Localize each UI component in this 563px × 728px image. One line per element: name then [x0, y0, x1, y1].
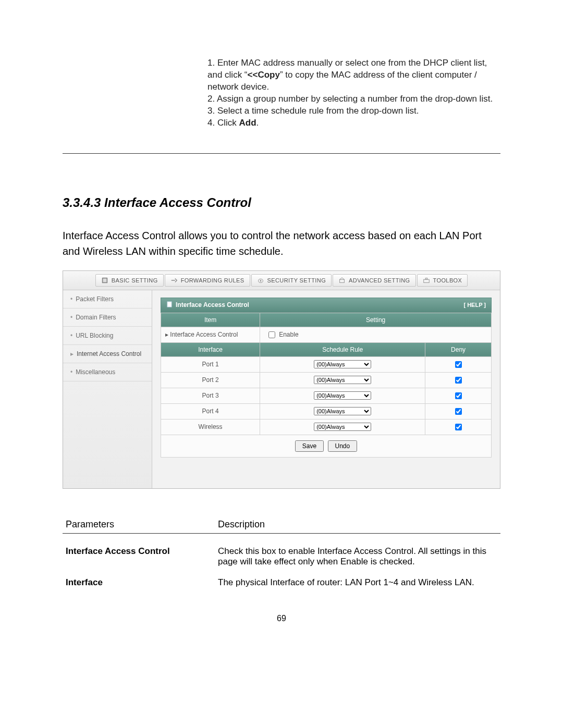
tab-label: FORWARDING RULES [181, 277, 244, 283]
deny-checkbox[interactable] [455, 424, 462, 430]
svg-rect-6 [425, 278, 427, 279]
intro-copy-bold: <<Copy [248, 70, 280, 80]
schedule-cell: (00)Always [260, 419, 425, 435]
intro-line4b: . [256, 118, 259, 128]
bullet-icon: • [70, 368, 72, 376]
bullet-icon: • [70, 314, 72, 321]
intro-line2: 2. Assign a group number by selecting a … [207, 93, 500, 105]
sidebar-item-domain-filters[interactable]: •Domain Filters [63, 309, 152, 327]
schedule-rule-select[interactable]: (00)Always [314, 360, 371, 368]
params-header-col2: Description [215, 519, 500, 534]
deny-checkbox[interactable] [455, 361, 462, 368]
intro-line4a: 4. Click [207, 118, 239, 128]
schedule-cell: (00)Always [260, 372, 425, 388]
deny-cell [425, 356, 492, 372]
deny-checkbox[interactable] [455, 392, 462, 399]
tab-security-setting[interactable]: SECURITY SETTING [251, 274, 332, 287]
deny-checkbox[interactable] [455, 408, 462, 415]
enable-checkbox-label[interactable]: Enable [266, 330, 298, 340]
sidebar-item-label: Internet Access Control [77, 350, 141, 357]
deny-cell [425, 372, 492, 388]
deny-cell [425, 419, 492, 435]
header-setting: Setting [260, 313, 492, 327]
sidebar-nav: •Packet Filters •Domain Filters •URL Blo… [63, 290, 152, 488]
interface-row: Port 2(00)Always [161, 372, 492, 388]
schedule-rule-select[interactable]: (00)Always [314, 391, 371, 400]
deny-checkbox[interactable] [455, 377, 462, 384]
schedule-cell: (00)Always [260, 356, 425, 372]
tab-label: TOOLBOX [433, 277, 462, 283]
tab-advanced-setting[interactable]: ADVANCED SETTING [333, 274, 415, 287]
interface-name: Port 3 [161, 388, 260, 403]
sidebar-item-label: Packet Filters [76, 295, 114, 303]
enable-checkbox[interactable] [268, 331, 275, 338]
tab-basic-setting[interactable]: BASIC SETTING [95, 274, 164, 287]
schedule-rule-select[interactable]: (00)Always [314, 423, 371, 431]
sidebar-item-packet-filters[interactable]: •Packet Filters [63, 290, 152, 309]
security-setting-icon [257, 277, 264, 284]
interface-name: Port 1 [161, 356, 260, 372]
button-row: Save Undo [161, 435, 492, 458]
param-desc: The physical Interface of router: LAN Po… [215, 572, 500, 593]
param-desc: Check this box to enable Interface Acces… [215, 541, 500, 572]
schedule-cell: (00)Always [260, 388, 425, 403]
sidebar-item-url-blocking[interactable]: •URL Blocking [63, 327, 152, 345]
header-schedule: Schedule Rule [260, 342, 425, 356]
header-interface: Interface [161, 342, 260, 356]
bullet-icon: • [70, 332, 72, 339]
interface-table: Interface Schedule Rule Deny Port 1(00)A… [161, 342, 492, 435]
intro-line3: 3. Select a time schedule rule from the … [207, 105, 500, 117]
tab-label: ADVANCED SETTING [349, 277, 410, 283]
panel-header: Interface Access Control [ HELP ] [161, 298, 492, 313]
forwarding-rules-icon [170, 277, 178, 284]
interface-row: Port 4(00)Always [161, 403, 492, 419]
page-number: 69 [63, 614, 500, 623]
save-button[interactable]: Save [295, 440, 324, 452]
svg-rect-1 [103, 278, 106, 282]
settings-table-1: Item Setting ▸ Interface Access Control … [161, 313, 492, 343]
svg-point-3 [260, 280, 261, 281]
interface-row: Wireless(00)Always [161, 419, 492, 435]
tab-label: BASIC SETTING [112, 277, 158, 283]
param-label: Interface Access Control [63, 541, 215, 572]
interface-row: Port 1(00)Always [161, 356, 492, 372]
interface-name: Port 2 [161, 372, 260, 388]
deny-cell [425, 403, 492, 419]
interface-name: Wireless [161, 419, 260, 435]
parameters-table: Parameters Description Interface Access … [63, 519, 500, 593]
sidebar-item-label: Domain Filters [76, 314, 116, 321]
interface-name: Port 4 [161, 403, 260, 419]
params-header-col1: Parameters [63, 519, 215, 534]
sidebar-item-internet-access-control[interactable]: ▸Internet Access Control [63, 345, 152, 363]
toolbox-icon [423, 277, 430, 284]
schedule-cell: (00)Always [260, 403, 425, 419]
section-divider [63, 153, 500, 154]
sidebar-item-label: URL Blocking [76, 332, 113, 339]
intro-steps: 1. Enter MAC address manually or select … [207, 57, 500, 129]
schedule-rule-select[interactable]: (00)Always [314, 407, 371, 415]
help-link[interactable]: [ HELP ] [463, 302, 486, 308]
section-description: Interface Access Control allows you to c… [63, 228, 500, 259]
top-tab-bar: BASIC SETTING FORWARDING RULES SECURITY … [63, 271, 500, 290]
undo-button[interactable]: Undo [328, 440, 358, 452]
tab-toolbox[interactable]: TOOLBOX [417, 274, 468, 287]
sidebar-item-miscellaneous[interactable]: •Miscellaneous [63, 363, 152, 381]
interface-row: Port 3(00)Always [161, 388, 492, 403]
content-panel: Interface Access Control [ HELP ] Item S… [152, 290, 500, 488]
router-admin-ui: BASIC SETTING FORWARDING RULES SECURITY … [63, 270, 500, 489]
section-title: 3.3.4.3 Interface Access Control [63, 195, 500, 210]
enable-row-label: ▸ Interface Access Control [161, 327, 260, 342]
svg-rect-7 [167, 302, 172, 307]
tab-forwarding-rules[interactable]: FORWARDING RULES [165, 274, 250, 287]
arrow-icon: ▸ [70, 350, 74, 357]
header-item: Item [161, 313, 260, 327]
panel-title: Interface Access Control [176, 301, 249, 309]
schedule-rule-select[interactable]: (00)Always [314, 376, 371, 384]
basic-setting-icon [101, 277, 108, 284]
sidebar-item-label: Miscellaneous [76, 368, 115, 376]
deny-cell [425, 388, 492, 403]
param-label: Interface [63, 572, 215, 593]
svg-rect-4 [340, 279, 345, 282]
advanced-setting-icon [338, 277, 346, 284]
enable-text: Enable [279, 331, 298, 338]
